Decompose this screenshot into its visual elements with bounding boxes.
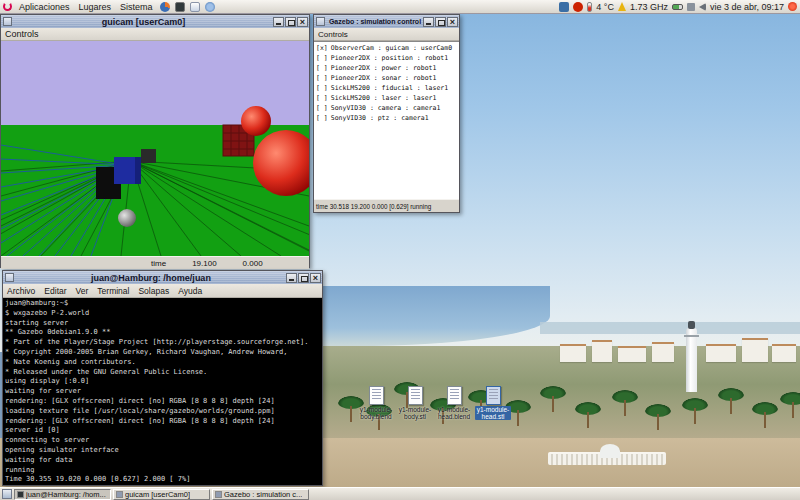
monitor-item-sonar[interactable]: [ ]Pioneer2DX : sonar : robot1 [314, 73, 459, 83]
minimize-button[interactable] [423, 17, 434, 27]
maximize-button[interactable] [435, 17, 446, 27]
terminal-launcher-icon[interactable] [175, 2, 185, 12]
battery-icon[interactable] [672, 4, 683, 10]
gazebo-3d-viewport[interactable] [1, 41, 309, 256]
file-icon [447, 386, 462, 405]
desktop-icon-head-blend[interactable]: y1-module-head.blend [436, 386, 472, 420]
terminal-line: $ wxgazebo P-2.world [5, 309, 320, 319]
guicam-titlebar[interactable]: guicam [userCam0] [1, 15, 309, 28]
file-icon [486, 386, 501, 405]
menu-ayuda[interactable]: Ayuda [178, 286, 202, 296]
time-label: time [151, 259, 166, 268]
top-panel: Aplicaciones Lugares Sistema 4 °C 1.73 G… [0, 0, 800, 14]
terminal-line: * Part of the Player/Stage Project [http… [5, 338, 320, 348]
palm-tree [612, 390, 638, 403]
terminal-titlebar[interactable]: juan@Hamburg: /home/juan [3, 271, 322, 284]
lighthouse [686, 328, 697, 392]
palm-tree [682, 398, 708, 411]
close-button[interactable] [297, 17, 308, 27]
monitor-list: [x]ObserverCam : guicam : userCam0 [ ]Pi… [314, 41, 459, 199]
menu-lugares[interactable]: Lugares [77, 2, 114, 12]
kiosk [600, 444, 620, 458]
firefox-launcher-icon[interactable] [160, 2, 170, 12]
terminal-line: connecting to server [5, 436, 320, 446]
mail-launcher-icon[interactable] [190, 2, 200, 12]
volume-icon[interactable] [699, 3, 706, 11]
thermometer-icon[interactable] [587, 2, 592, 12]
simulation-control-window: Gazebo : simulation control Controls [x]… [313, 14, 460, 213]
desktop-icon-body-blend[interactable]: y1-module-body.blend [358, 386, 394, 420]
terminal-menubar: Archivo Editar Ver Terminal Solapas Ayud… [3, 284, 322, 298]
terminal-line: * Nate Koenig and contributors. [5, 358, 320, 368]
menu-aplicaciones[interactable]: Aplicaciones [17, 2, 72, 12]
sim-time-value: 19.100 [192, 259, 216, 268]
menu-solapas[interactable]: Solapas [138, 286, 169, 296]
monitor-item-observercam[interactable]: [x]ObserverCam : guicam : userCam0 [314, 43, 459, 53]
window-menu-button[interactable] [5, 273, 14, 282]
terminal-content[interactable]: juan@hamburg:~$ $ wxgazebo P-2.world sta… [3, 298, 322, 485]
building [652, 342, 674, 362]
taskbar-button-guicam[interactable]: guicam [userCam0] [113, 489, 210, 500]
close-button[interactable] [447, 17, 458, 27]
terminal-line: * Copyright 2000-2005 Brian Gerkey, Rich… [5, 348, 320, 358]
minimize-button[interactable] [286, 273, 297, 283]
monitor-item-position[interactable]: [ ]Pioneer2DX : position : robot1 [314, 53, 459, 63]
palm-tree [718, 388, 744, 401]
monitor-item-power[interactable]: [ ]Pioneer2DX : power : robot1 [314, 63, 459, 73]
pause-time-value: 0.000 [243, 259, 263, 268]
window-buttons [273, 17, 308, 27]
window-menu-button[interactable] [3, 17, 12, 26]
building [772, 344, 796, 362]
terminal-line: starting server [5, 319, 320, 329]
close-button[interactable] [310, 273, 321, 283]
clock-label[interactable]: vie 3 de abr, 09:17 [710, 2, 784, 12]
power-icon[interactable] [788, 2, 797, 11]
taskbar-button-terminal[interactable]: juan@Hamburg: /hom... [14, 489, 111, 500]
palm-tree [575, 402, 601, 415]
palm-tree [645, 404, 671, 417]
update-notifier-icon[interactable] [573, 2, 583, 12]
building [742, 338, 768, 362]
simctl-titlebar[interactable]: Gazebo : simulation control [314, 15, 459, 28]
menu-ver[interactable]: Ver [76, 286, 89, 296]
terminal-line: running [5, 466, 320, 476]
maximize-button[interactable] [285, 17, 296, 27]
distro-logo-icon[interactable] [3, 2, 12, 11]
cpu-frequency-icon[interactable] [618, 2, 626, 11]
notification-icon[interactable] [559, 2, 569, 12]
building [706, 344, 736, 362]
background-sea-far [540, 322, 800, 334]
terminal-line: rendering: [GLX offscreen] direct [no] R… [5, 417, 320, 427]
guicam-icon [116, 491, 123, 498]
menu-editar[interactable]: Editar [44, 286, 66, 296]
palm-tree [752, 402, 778, 415]
desktop-icon-head-stl[interactable]: y1-module-head.stl [475, 386, 511, 420]
desktop-icons: y1-module-body.blend y1-module-body.stl … [358, 386, 511, 420]
menu-controls[interactable]: Controls [318, 30, 348, 39]
help-launcher-icon[interactable] [205, 2, 215, 12]
menu-archivo[interactable]: Archivo [7, 286, 35, 296]
ac-adapter-icon[interactable] [687, 3, 695, 11]
menu-sistema[interactable]: Sistema [118, 2, 155, 12]
minimize-button[interactable] [273, 17, 284, 27]
maximize-button[interactable] [298, 273, 309, 283]
window-menu-button[interactable] [316, 17, 325, 26]
panel-menus: Aplicaciones Lugares Sistema [0, 2, 215, 12]
monitor-item-camera[interactable]: [ ]SonyVID30 : camera : camera1 [314, 103, 459, 113]
menu-controls[interactable]: Controls [5, 29, 39, 39]
temperature-label: 4 °C [596, 2, 614, 12]
taskbar: juan@Hamburg: /hom... guicam [userCam0] … [0, 487, 800, 500]
monitor-item-fiducial[interactable]: [ ]SickLMS200 : fiducial : laser1 [314, 83, 459, 93]
file-icon [408, 386, 423, 405]
monitor-item-laser[interactable]: [ ]SickLMS200 : laser : laser1 [314, 93, 459, 103]
terminal-line: server id [0] [5, 426, 320, 436]
file-label: y1-module-body.blend [358, 406, 394, 420]
show-desktop-icon[interactable] [2, 489, 12, 499]
desktop-icon-body-stl[interactable]: y1-module-body.stl [397, 386, 433, 420]
terminal-window: juan@Hamburg: /home/juan Archivo Editar … [2, 270, 323, 486]
palm-tree [780, 392, 800, 405]
menu-terminal[interactable]: Terminal [97, 286, 129, 296]
taskbar-button-gazebo[interactable]: Gazebo : simulation c... [212, 489, 309, 500]
terminal-line: waiting for data [5, 456, 320, 466]
monitor-item-ptz[interactable]: [ ]SonyVID30 : ptz : camera1 [314, 113, 459, 123]
